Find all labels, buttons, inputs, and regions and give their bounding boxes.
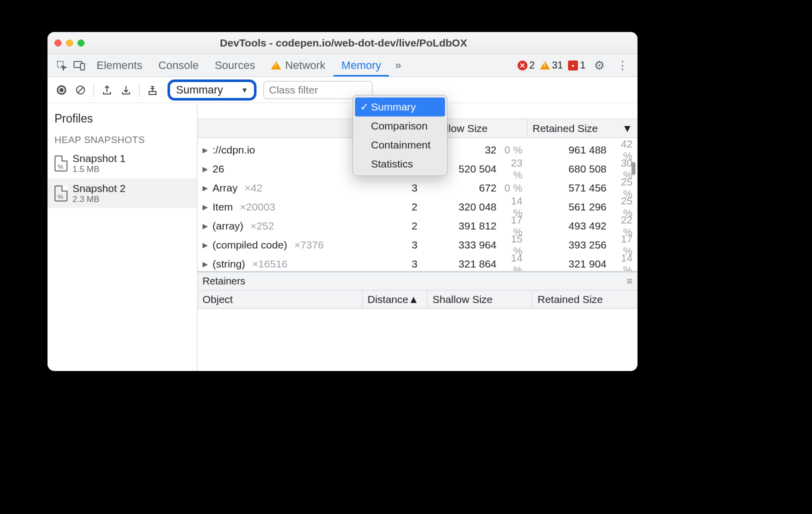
snapshot-icon [54, 156, 68, 172]
row-retained: 393 256 [568, 239, 606, 251]
row-name: (array) [212, 220, 244, 232]
record-button[interactable] [52, 81, 70, 99]
row-shallow: 672 [479, 182, 496, 194]
error-icon: ✕ [518, 60, 528, 70]
settings-icon[interactable]: ⚙ [590, 56, 608, 74]
scrollbar-thumb[interactable] [632, 162, 636, 175]
grid-row[interactable]: ▶(array)×2522391 81217 %493 49222 % [198, 214, 638, 233]
profiles-sidebar: Profiles HEAP SNAPSHOTS Snapshot 1 1.5 M… [48, 103, 198, 371]
issues-badge[interactable]: ▪ 1 [568, 60, 586, 71]
row-shallow: 320 048 [458, 201, 496, 213]
disclosure-icon: ▶ [202, 241, 208, 249]
col-constructor[interactable] [198, 119, 362, 138]
retainers-header: Retainers ≡ [198, 271, 638, 290]
export-button[interactable] [98, 81, 116, 99]
row-shallow: 32 [485, 144, 496, 156]
snapshot-name: Snapshot 2 [72, 182, 126, 194]
perspective-select[interactable]: Summary ▼ [168, 80, 256, 100]
perspective-dropdown: Summary Comparison Containment Statistic… [352, 95, 448, 176]
disclosure-icon: ▶ [202, 260, 208, 268]
window-title: DevTools - codepen.io/web-dot-dev/live/P… [56, 37, 630, 49]
svg-line-6 [78, 87, 84, 93]
memory-toolbar: Summary ▼ [48, 77, 638, 103]
row-distance: 3 [412, 258, 418, 270]
retainers-col-object[interactable]: Object [198, 290, 362, 308]
status-area: ✕ 2 31 ▪ 1 ⚙ ⋮ [518, 56, 638, 74]
row-shallow-pct: 23 % [500, 157, 522, 181]
row-mult: ×16516 [252, 258, 288, 270]
row-mult: ×252 [250, 220, 274, 232]
snapshot-icon [54, 186, 68, 202]
retainers-col-retained[interactable]: Retained Size [532, 290, 638, 308]
row-shallow: 520 504 [458, 163, 496, 175]
tab-sources[interactable]: Sources [206, 54, 263, 76]
row-shallow-pct: 0 % [500, 182, 522, 194]
row-name: (compiled code) [212, 239, 287, 251]
tab-elements[interactable]: Elements [88, 54, 150, 76]
row-name: Item [212, 201, 233, 213]
titlebar: DevTools - codepen.io/web-dot-dev/live/P… [48, 32, 638, 54]
dropdown-opt-comparison[interactable]: Comparison [353, 116, 447, 136]
row-retained: 493 492 [568, 220, 606, 232]
row-retained-pct: 14 % [610, 252, 632, 271]
snapshot-item-2[interactable]: Snapshot 2 2.3 MB [48, 178, 197, 208]
row-distance: 3 [412, 182, 418, 194]
row-name: 26 [212, 163, 224, 175]
tab-network[interactable]: Network [263, 54, 334, 76]
row-mult: ×20003 [240, 201, 276, 213]
grid-row[interactable]: ▶(compiled code)×73763333 96415 %393 256… [198, 233, 638, 252]
retainers-columns: Object Distance▲ Shallow Size Retained S… [198, 290, 638, 308]
content-area: Profiles HEAP SNAPSHOTS Snapshot 1 1.5 M… [48, 103, 638, 371]
device-toggle-icon[interactable] [70, 56, 88, 74]
row-name: ://cdpn.io [212, 144, 255, 156]
inspect-element-icon[interactable] [52, 56, 70, 74]
sort-desc-icon: ▼ [622, 122, 632, 134]
separator [139, 83, 140, 97]
separator [94, 83, 94, 97]
snapshot-item-1[interactable]: Snapshot 1 1.5 MB [48, 148, 197, 178]
panel-tabs: Elements Console Sources Network Memory … [48, 54, 638, 77]
retainers-col-distance[interactable]: Distance▲ [362, 290, 428, 308]
row-name: Array [212, 182, 238, 194]
disclosure-icon: ▶ [202, 203, 208, 211]
disclosure-icon: ▶ [202, 222, 208, 230]
row-mult: ×42 [244, 182, 262, 194]
warning-icon [271, 61, 281, 70]
row-shallow: 333 964 [458, 239, 496, 251]
warnings-badge[interactable]: 31 [540, 60, 563, 71]
retainers-menu-icon[interactable]: ≡ [626, 276, 632, 287]
errors-badge[interactable]: ✕ 2 [518, 60, 535, 71]
more-tabs-icon[interactable]: » [389, 56, 407, 74]
row-shallow-pct: 14 % [500, 252, 522, 271]
main-grid-area: ▼ Distance Shallow Size Retained Size ▼ … [198, 103, 638, 371]
dropdown-opt-statistics[interactable]: Statistics [353, 154, 447, 174]
retainers-title: Retainers [202, 276, 246, 287]
tab-memory[interactable]: Memory [334, 54, 389, 76]
row-shallow: 321 864 [458, 258, 496, 270]
col-retained[interactable]: Retained Size ▼ [528, 119, 638, 138]
retainers-col-shallow[interactable]: Shallow Size [428, 290, 532, 308]
svg-point-4 [60, 88, 64, 92]
row-retained: 571 456 [568, 182, 606, 194]
warning-icon [540, 61, 550, 70]
disclosure-icon: ▶ [202, 165, 208, 173]
row-retained: 961 488 [568, 144, 606, 156]
import-button[interactable] [117, 81, 135, 99]
dropdown-opt-containment[interactable]: Containment [353, 136, 447, 154]
row-shallow-pct: 0 % [500, 144, 522, 156]
row-mult: ×7376 [294, 239, 324, 251]
row-distance: 2 [412, 220, 418, 232]
row-shallow: 391 812 [458, 220, 496, 232]
svg-rect-7 [149, 92, 156, 94]
grid-row[interactable]: ▶(string)×165163321 86414 %321 90414 % [198, 252, 638, 271]
kebab-menu-icon[interactable]: ⋮ [614, 56, 632, 74]
dropdown-opt-summary[interactable]: Summary [355, 98, 445, 116]
profiles-title: Profiles [48, 103, 197, 132]
grid-row[interactable]: ▶Item×200032320 04814 %561 29625 % [198, 195, 638, 214]
tab-console[interactable]: Console [150, 54, 207, 76]
clear-button[interactable] [72, 81, 90, 99]
grid-row[interactable]: ▶Array×4236720 %571 45625 % [198, 176, 638, 195]
svg-rect-2 [80, 64, 84, 70]
collect-garbage-button[interactable] [144, 81, 162, 99]
snapshot-size: 2.3 MB [72, 194, 126, 204]
